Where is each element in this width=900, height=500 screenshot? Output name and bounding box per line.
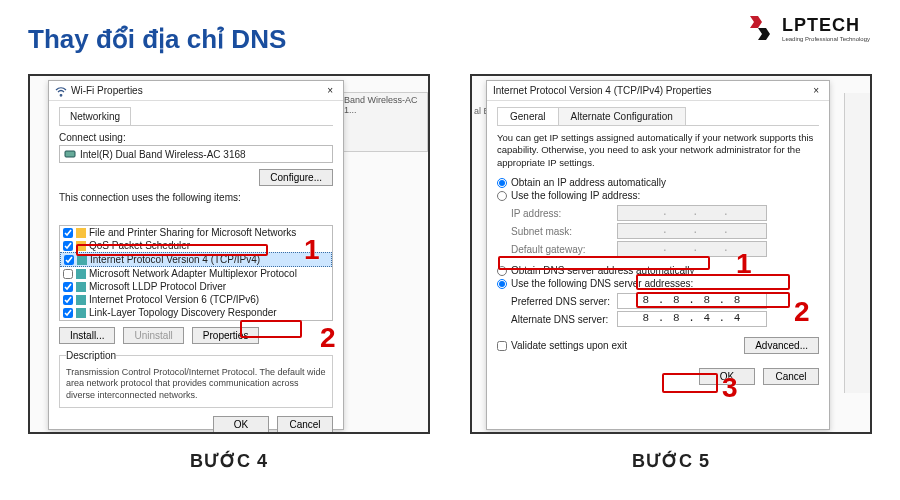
checkbox[interactable] — [63, 228, 73, 238]
logo-tagline: Leading Professional Technology — [782, 36, 870, 42]
default-gateway-input[interactable]: . . . — [617, 241, 767, 257]
list-item: QoS Packet Scheduler — [60, 239, 332, 252]
radio-dns-manual[interactable] — [497, 279, 507, 289]
title-bar[interactable]: Wi-Fi Properties × — [49, 81, 343, 101]
ok-button[interactable]: OK — [699, 368, 755, 385]
list-item: Microsoft Network Adapter Multiplexor Pr… — [60, 267, 332, 280]
description-text: Transmission Control Protocol/Internet P… — [66, 367, 326, 401]
svg-rect-7 — [76, 308, 86, 318]
panel-step-4: I Band Wireless-AC 31... Wi-Fi Propertie… — [28, 74, 430, 472]
adapter-field: Intel(R) Dual Band Wireless-AC 3168 — [59, 145, 333, 163]
cancel-button[interactable]: Cancel — [763, 368, 819, 385]
tab-strip: Networking — [59, 107, 333, 126]
nic-icon — [64, 148, 76, 160]
list-item: Internet Protocol Version 6 (TCP/IPv6) — [60, 293, 332, 306]
logo: LPTECH Leading Professional Technology — [744, 12, 870, 44]
svg-rect-0 — [65, 151, 75, 157]
advanced-button[interactable]: Advanced... — [744, 337, 819, 354]
page-title: Thay đổi địa chỉ DNS — [28, 24, 286, 55]
tab-strip: General Alternate Configuration — [497, 107, 819, 126]
tab-general[interactable]: General — [497, 107, 559, 125]
ip-address-input[interactable]: . . . — [617, 205, 767, 221]
service-icon — [76, 241, 86, 251]
screenshot-frame-5: al Ban Internet Protocol Version 4 (TCP/… — [470, 74, 872, 434]
step-label-5: BƯỚC 5 — [632, 450, 710, 472]
close-icon[interactable]: × — [323, 85, 337, 96]
window-title: Internet Protocol Version 4 (TCP/IPv4) P… — [493, 85, 711, 96]
logo-icon — [744, 12, 776, 44]
protocol-icon — [76, 282, 86, 292]
svg-rect-6 — [76, 295, 86, 305]
protocol-icon — [76, 295, 86, 305]
checkbox[interactable] — [63, 269, 73, 279]
svg-rect-5 — [76, 282, 86, 292]
panel-step-5: al Ban Internet Protocol Version 4 (TCP/… — [470, 74, 872, 472]
background-window-fragment: I Band Wireless-AC 31... — [336, 92, 428, 152]
wifi-icon — [55, 85, 67, 97]
svg-rect-1 — [76, 228, 86, 238]
ip-address-label: IP address: — [511, 208, 611, 219]
connection-items-list[interactable]: File and Printer Sharing for Microsoft N… — [59, 225, 333, 321]
subnet-mask-label: Subnet mask: — [511, 226, 611, 237]
validate-label: Validate settings upon exit — [511, 340, 627, 351]
protocol-icon — [76, 308, 86, 318]
logo-text: LPTECH — [782, 15, 870, 36]
description-fieldset: Description Transmission Control Protoco… — [59, 350, 333, 408]
install-button[interactable]: Install... — [59, 327, 115, 344]
close-icon[interactable]: × — [809, 85, 823, 96]
service-icon — [76, 228, 86, 238]
screenshot-frame-4: I Band Wireless-AC 31... Wi-Fi Propertie… — [28, 74, 430, 434]
radio-dns-auto[interactable] — [497, 266, 507, 276]
title-bar[interactable]: Internet Protocol Version 4 (TCP/IPv4) P… — [487, 81, 829, 101]
validate-checkbox[interactable] — [497, 341, 507, 351]
list-item: Microsoft LLDP Protocol Driver — [60, 280, 332, 293]
list-item-ipv4: Internet Protocol Version 4 (TCP/IPv4) — [60, 252, 332, 267]
list-item: Link-Layer Topology Discovery Responder — [60, 306, 332, 319]
svg-rect-4 — [76, 269, 86, 279]
protocol-icon — [76, 269, 86, 279]
tab-alternate-configuration[interactable]: Alternate Configuration — [558, 107, 686, 125]
uninstall-button[interactable]: Uninstall — [123, 327, 183, 344]
checkbox[interactable] — [63, 308, 73, 318]
radio-dns-manual-label: Use the following DNS server addresses: — [511, 278, 693, 289]
list-item: File and Printer Sharing for Microsoft N… — [60, 226, 332, 239]
checkbox[interactable] — [63, 295, 73, 305]
radio-ip-manual[interactable] — [497, 191, 507, 201]
connection-items-label: This connection uses the following items… — [59, 186, 333, 203]
radio-ip-manual-label: Use the following IP address: — [511, 190, 640, 201]
alternate-dns-label: Alternate DNS server: — [511, 314, 611, 325]
default-gateway-label: Default gateway: — [511, 244, 611, 255]
svg-rect-2 — [76, 241, 86, 251]
radio-ip-auto[interactable] — [497, 178, 507, 188]
radio-dns-auto-label: Obtain DNS server address automatically — [511, 265, 694, 276]
cancel-button[interactable]: Cancel — [277, 416, 333, 433]
radio-ip-auto-label: Obtain an IP address automatically — [511, 177, 666, 188]
ipv4-properties-window: Internet Protocol Version 4 (TCP/IPv4) P… — [486, 80, 830, 430]
alternate-dns-input[interactable]: 8 . 8 . 4 . 4 — [617, 311, 767, 327]
window-title: Wi-Fi Properties — [71, 85, 143, 96]
tab-networking[interactable]: Networking — [59, 107, 131, 125]
subnet-mask-input[interactable]: . . . — [617, 223, 767, 239]
properties-button[interactable]: Properties — [192, 327, 260, 344]
protocol-icon — [77, 255, 87, 265]
checkbox[interactable] — [63, 241, 73, 251]
svg-rect-3 — [77, 255, 87, 265]
background-window-fragment — [844, 93, 870, 393]
description-legend: Description — [66, 350, 116, 361]
checkbox[interactable] — [63, 282, 73, 292]
adapter-name: Intel(R) Dual Band Wireless-AC 3168 — [80, 149, 246, 160]
connect-using-label: Connect using: — [59, 132, 333, 143]
checkbox[interactable] — [64, 255, 74, 265]
preferred-dns-input[interactable]: 8 . 8 . 8 . 8 — [617, 293, 767, 309]
step-label-4: BƯỚC 4 — [190, 450, 268, 472]
info-text: You can get IP settings assigned automat… — [497, 132, 819, 169]
wifi-properties-window: Wi-Fi Properties × Networking Connect us… — [48, 80, 344, 430]
ok-button[interactable]: OK — [213, 416, 269, 433]
configure-button[interactable]: Configure... — [259, 169, 333, 186]
preferred-dns-label: Preferred DNS server: — [511, 296, 611, 307]
